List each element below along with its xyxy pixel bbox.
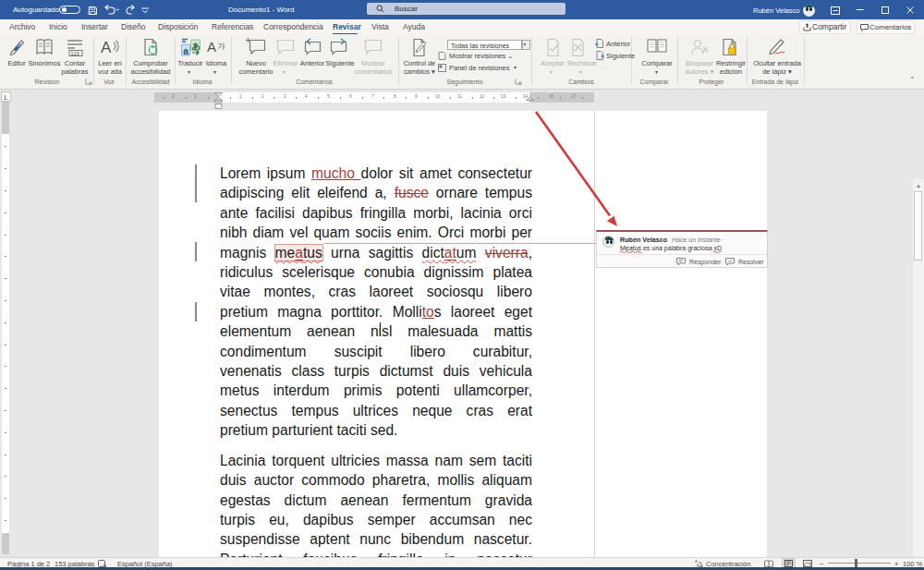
svg-text:A: A	[207, 39, 216, 55]
svg-text:123: 123	[71, 51, 79, 56]
svg-text:あ: あ	[192, 42, 201, 51]
svg-text:a: a	[183, 46, 188, 56]
svg-text:가: 가	[217, 42, 225, 51]
svg-text:A: A	[101, 39, 112, 56]
